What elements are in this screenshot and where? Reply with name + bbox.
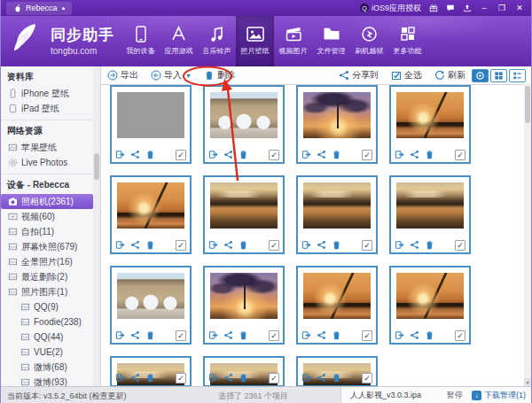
photo-share-button[interactable]: [410, 240, 419, 250]
photo-delete-button[interactable]: [239, 150, 248, 159]
photo-share-button[interactable]: [223, 150, 233, 159]
photo-card[interactable]: ✓: [203, 266, 285, 345]
view-moments-button[interactable]: [472, 69, 489, 82]
photo-export-button[interactable]: [395, 240, 404, 250]
sidebar-item[interactable]: iPad 壁纸: [1, 101, 100, 116]
photo-card[interactable]: ✓: [389, 85, 471, 164]
refresh-button[interactable]: 刷新: [428, 69, 472, 81]
photo-export-button[interactable]: [301, 240, 311, 250]
update-icon[interactable]: [462, 4, 472, 13]
tab-1[interactable]: 我的设备: [121, 16, 160, 66]
photo-card[interactable]: ✓: [110, 85, 192, 164]
main-scrollbar[interactable]: ▼: [524, 84, 531, 387]
photo-share-button[interactable]: [130, 150, 140, 159]
photo-share-button[interactable]: [130, 373, 140, 383]
photo-share-button[interactable]: [410, 330, 419, 340]
photo-delete-button[interactable]: [145, 150, 155, 159]
photo-delete-button[interactable]: [425, 330, 434, 340]
check-update-link[interactable]: (检查更新): [90, 391, 127, 400]
sidebar-item[interactable]: QQ(9): [1, 299, 100, 314]
feedback-icon[interactable]: [445, 4, 455, 13]
tab-2[interactable]: 应用游戏: [160, 16, 198, 66]
photo-export-button[interactable]: [208, 150, 218, 159]
photo-delete-button[interactable]: [425, 240, 434, 250]
photo-delete-button[interactable]: [145, 330, 155, 340]
photo-card[interactable]: ✓: [110, 356, 192, 387]
sidebar-item[interactable]: iPhone 壁纸: [1, 86, 100, 101]
photo-checkbox[interactable]: ✓: [455, 330, 466, 341]
export-button[interactable]: 导出: [101, 69, 145, 81]
photo-checkbox[interactable]: ✓: [362, 330, 372, 341]
sidebar-scrollbar-thumb[interactable]: [94, 153, 99, 180]
photo-card[interactable]: ✓: [296, 175, 378, 254]
tab-8[interactable]: 更多功能: [388, 16, 426, 66]
view-list-button[interactable]: [509, 69, 526, 82]
sidebar-item[interactable]: 视频(60): [1, 209, 100, 224]
photo-checkbox[interactable]: ✓: [176, 373, 186, 384]
photo-card[interactable]: ✓: [296, 356, 378, 387]
sidebar-item[interactable]: 全景照片(16): [1, 254, 100, 269]
photo-share-button[interactable]: [130, 240, 140, 250]
sidebar-item[interactable]: 屏幕快照(679): [1, 239, 100, 254]
photo-export-button[interactable]: [208, 330, 218, 340]
gift-icon[interactable]: [428, 4, 438, 13]
photo-checkbox[interactable]: ✓: [362, 150, 372, 160]
photo-share-button[interactable]: [223, 240, 233, 250]
device-selector[interactable]: Rebecca ▲: [6, 2, 72, 15]
photo-export-button[interactable]: [301, 150, 311, 159]
photo-export-button[interactable]: [115, 240, 125, 250]
photo-card[interactable]: ✓: [389, 175, 471, 254]
minimize-button[interactable]: –: [479, 4, 489, 12]
photo-checkbox[interactable]: ✓: [269, 373, 279, 384]
photo-share-button[interactable]: [317, 330, 326, 340]
select-all-button[interactable]: 全选: [385, 69, 428, 81]
photo-checkbox[interactable]: ✓: [269, 330, 279, 341]
photo-card[interactable]: ✓: [203, 175, 285, 254]
view-grid-button[interactable]: [490, 69, 507, 82]
photo-share-button[interactable]: [317, 240, 326, 250]
main-scrollbar-thumb[interactable]: [525, 86, 530, 123]
photo-card[interactable]: ✓: [110, 266, 192, 345]
photo-delete-button[interactable]: [239, 330, 248, 340]
sidebar-scrollbar[interactable]: [93, 66, 100, 387]
photo-checkbox[interactable]: ✓: [176, 150, 186, 160]
photo-share-button[interactable]: [410, 150, 419, 159]
sidebar-item[interactable]: VUE(2): [1, 345, 100, 360]
photo-checkbox[interactable]: ✓: [362, 373, 372, 384]
download-manager-button[interactable]: ↓ 下载管理(1): [472, 390, 526, 401]
sidebar-item[interactable]: Live Photos: [1, 155, 100, 170]
photo-export-button[interactable]: [301, 373, 311, 383]
photo-share-button[interactable]: [130, 330, 140, 340]
sidebar-item[interactable]: 照片图库(1): [1, 284, 100, 299]
photo-export-button[interactable]: [208, 240, 218, 250]
photo-export-button[interactable]: [115, 373, 125, 383]
ios9-auth-button[interactable]: Q iOS9应用授权: [360, 3, 421, 14]
photo-checkbox[interactable]: ✓: [269, 240, 279, 251]
photo-card[interactable]: ✓: [389, 266, 471, 345]
photo-card[interactable]: ✓: [296, 85, 378, 164]
sidebar-item[interactable]: Foodie(238): [1, 314, 100, 329]
sidebar-item[interactable]: 苹果壁纸: [1, 140, 100, 155]
photo-share-button[interactable]: [223, 373, 233, 383]
sidebar-item[interactable]: QQ(44): [1, 329, 100, 345]
tab-3[interactable]: 音乐铃声: [198, 16, 236, 66]
photo-delete-button[interactable]: [332, 330, 341, 340]
photo-export-button[interactable]: [115, 330, 125, 340]
tab-5[interactable]: 视频图片: [274, 16, 312, 66]
photo-checkbox[interactable]: ✓: [176, 330, 186, 341]
photo-delete-button[interactable]: [239, 240, 248, 250]
photo-delete-button[interactable]: [425, 150, 434, 159]
sidebar-item[interactable]: 微博(68): [1, 360, 100, 375]
photo-delete-button[interactable]: [332, 373, 341, 383]
photo-card[interactable]: ✓: [203, 356, 285, 387]
photo-checkbox[interactable]: ✓: [455, 150, 466, 160]
tab-6[interactable]: 文件管理: [312, 16, 350, 66]
pause-button[interactable]: 暂停: [447, 390, 463, 401]
photo-export-button[interactable]: [208, 373, 218, 383]
photo-export-button[interactable]: [301, 330, 311, 340]
photo-checkbox[interactable]: ✓: [362, 240, 372, 251]
sidebar-item[interactable]: 照相机(2361): [1, 194, 93, 209]
delete-button[interactable]: 删除: [198, 69, 241, 81]
photo-card[interactable]: ✓: [296, 266, 378, 345]
photo-share-button[interactable]: [223, 330, 233, 340]
